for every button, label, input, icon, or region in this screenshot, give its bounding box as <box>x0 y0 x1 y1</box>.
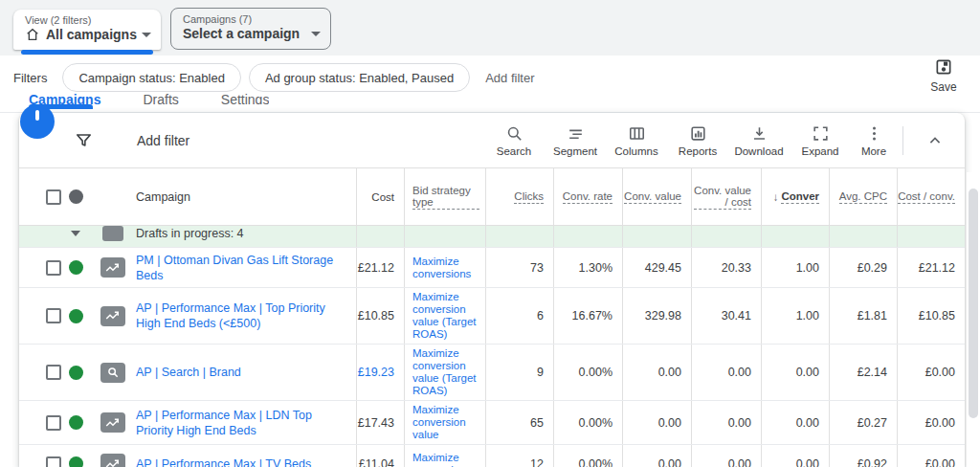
conversions-header-label[interactable]: Conver <box>781 190 819 204</box>
cost-per-conv-cell: £0.00 <box>897 401 965 444</box>
bid-strategy-column-header[interactable]: Bid strategy type <box>412 185 479 210</box>
campaign-name-link[interactable]: AP | Performance Max | TV Beds <box>136 456 311 467</box>
filter-chip-campaign-status[interactable]: Campaign status: Enabled <box>62 63 240 92</box>
download-button[interactable]: Download <box>728 124 790 157</box>
tab-settings[interactable]: Settings <box>221 90 270 104</box>
conv-value-cell: 329.98 <box>622 288 691 344</box>
conv-value-cost-cell: 0.00 <box>691 345 761 400</box>
more-icon <box>865 124 883 143</box>
table-row: AP | Performance Max | LDN Top Priority … <box>19 400 965 444</box>
campaign-name-link[interactable]: AP | Performance Max | Top Priority High… <box>136 300 348 331</box>
conversions-cell: 1.00 <box>761 248 829 287</box>
tab-drafts[interactable]: Drafts <box>143 90 178 104</box>
search-button[interactable]: Search <box>483 124 545 157</box>
cost-per-conv-column-header[interactable]: Cost / conv. <box>898 190 955 204</box>
vertical-scrollbar[interactable] <box>967 172 980 467</box>
bid-strategy-cell[interactable]: Maximize conversions <box>404 445 485 467</box>
bid-strategy-cell[interactable]: Maximize conversion value (Target ROAS) <box>404 345 485 400</box>
campaign-name-link[interactable]: AP | Search | Brand <box>136 365 241 380</box>
conv-rate-cell: 16.67% <box>553 288 622 344</box>
scrollbar-thumb[interactable] <box>969 189 978 418</box>
tab-campaigns[interactable]: Campaigns <box>29 90 100 104</box>
performance-max-icon <box>100 454 125 467</box>
toolbar-divider <box>902 126 903 155</box>
filter-chip-label: Ad group status: Enabled, Paused <box>265 71 454 85</box>
expand-button[interactable]: Expand <box>790 124 851 157</box>
status-enabled-icon[interactable] <box>69 260 83 275</box>
collapse-table-button[interactable] <box>913 131 957 150</box>
drafts-summary-row[interactable]: Drafts in progress: 4 <box>19 226 965 247</box>
campaign-name-link[interactable]: AP | Performance Max | LDN Top Priority … <box>136 408 348 438</box>
table-row: AP | Performance Max | Top Priority High… <box>19 287 965 344</box>
clicks-cell: 9 <box>485 345 553 400</box>
view-selector-value: All campaigns <box>46 27 137 42</box>
row-checkbox[interactable] <box>46 456 61 467</box>
conv-rate-cell: 0.00% <box>553 401 622 444</box>
status-enabled-icon[interactable] <box>69 415 83 430</box>
chevron-down-icon <box>311 32 321 36</box>
status-dot-header[interactable] <box>69 189 83 204</box>
chevron-down-icon[interactable] <box>71 231 80 236</box>
conversions-cell: 0.00 <box>761 401 829 444</box>
bid-strategy-cell[interactable]: Maximize conversions <box>404 248 485 287</box>
table-row: PM | Ottoman Divan Gas Lift Storage Beds… <box>19 247 965 287</box>
avg-cpc-column-header[interactable]: Avg. CPC <box>839 190 887 204</box>
row-checkbox[interactable] <box>46 415 61 431</box>
conversions-cell: 0.00 <box>761 445 829 467</box>
search-icon <box>505 124 523 143</box>
add-filter-link[interactable]: Add filter <box>485 71 534 85</box>
action-label: Download <box>734 145 783 157</box>
campaign-selector[interactable]: Campaigns (7) Select a campaign <box>170 8 331 50</box>
cost-cell: £21.12 <box>356 248 404 287</box>
bid-strategy-cell[interactable]: Maximize conversion value (Target ROAS) <box>404 288 485 344</box>
view-selector-active-underline <box>21 50 153 55</box>
performance-max-icon <box>100 412 125 433</box>
row-checkbox[interactable] <box>46 308 61 323</box>
status-enabled-icon[interactable] <box>69 456 83 467</box>
status-enabled-icon[interactable] <box>69 366 83 380</box>
filter-chip-label: Campaign status: Enabled <box>78 71 224 85</box>
cost-cell: £11.04 <box>356 445 404 467</box>
clicks-cell: 6 <box>485 288 553 344</box>
performance-max-icon <box>100 257 125 278</box>
conv-value-column-header[interactable]: Conv. value <box>624 190 681 204</box>
save-label: Save <box>930 80 956 94</box>
cost-per-conv-cell: £21.12 <box>897 248 965 287</box>
row-checkbox[interactable] <box>46 365 61 380</box>
status-enabled-icon[interactable] <box>69 309 83 323</box>
view-selector[interactable]: View (2 filters) All campaigns <box>13 10 161 50</box>
action-label: Segment <box>553 145 597 157</box>
cost-cell[interactable]: £19.23 <box>356 345 404 400</box>
performance-max-icon <box>100 306 125 326</box>
clicks-column-header[interactable]: Clicks <box>514 190 544 204</box>
avg-cpc-cell: £1.81 <box>829 288 897 344</box>
row-checkbox[interactable] <box>46 260 61 276</box>
columns-button[interactable]: Columns <box>606 124 667 157</box>
segment-button[interactable]: Segment <box>545 124 606 157</box>
conv-rate-cell: 1.30% <box>553 248 622 287</box>
more-button[interactable]: More <box>851 124 897 157</box>
campaign-name-link[interactable]: PM | Ottoman Divan Gas Lift Storage Beds <box>136 253 348 283</box>
action-label: Reports <box>679 145 717 157</box>
conversions-column-header[interactable]: ↓ Conver <box>761 168 829 225</box>
page-tabs: Campaigns Drafts Settings <box>29 90 269 104</box>
save-icon <box>934 57 953 77</box>
filter-funnel-icon[interactable] <box>75 131 93 149</box>
conv-value-cost-column-header[interactable]: Conv. value / cost <box>694 185 751 210</box>
campaign-type-header-cell <box>90 168 136 225</box>
avg-cpc-cell: £0.92 <box>829 445 897 467</box>
expand-icon <box>812 124 830 143</box>
conv-rate-cell: 0.00% <box>553 345 622 400</box>
view-selector-label: View (2 filters) <box>25 14 151 26</box>
avg-cpc-cell: £0.29 <box>829 248 897 287</box>
conv-value-cost-cell: 0.00 <box>691 445 761 467</box>
sort-descending-icon: ↓ <box>773 191 779 203</box>
conv-rate-column-header[interactable]: Conv. rate <box>563 190 612 204</box>
bid-strategy-cell[interactable]: Maximize conversion value <box>404 401 485 444</box>
table-add-filter[interactable]: Add filter <box>137 133 189 148</box>
reports-button[interactable]: Reports <box>667 124 728 157</box>
select-all-checkbox[interactable] <box>46 189 61 205</box>
add-campaign-fab[interactable] <box>20 104 55 139</box>
filter-chip-ad-group-status[interactable]: Ad group status: Enabled, Paused <box>249 63 470 92</box>
save-button[interactable]: Save <box>923 57 965 94</box>
